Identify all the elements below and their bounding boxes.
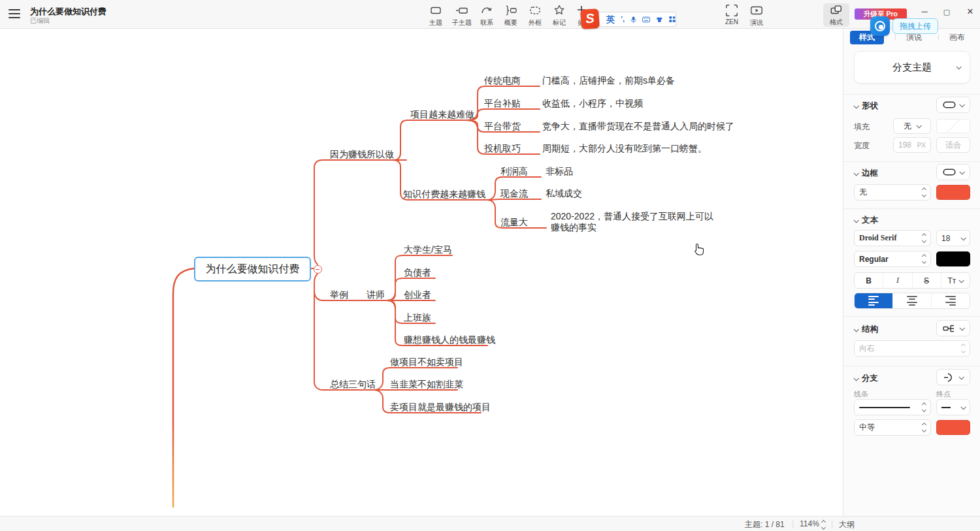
font-family-stepper[interactable]: Droid Serif	[854, 230, 931, 246]
map-node-u3[interactable]: 流量大	[500, 217, 528, 228]
drag-upload-tooltip: 拖拽上传	[892, 18, 938, 34]
map-node-t4[interactable]: 投机取巧	[484, 143, 521, 154]
shape-style-dropdown[interactable]	[936, 97, 970, 113]
section-branch[interactable]: 分支	[854, 373, 878, 384]
rounded-rect-shape-icon	[943, 101, 956, 108]
rounded-rect-border-icon	[943, 169, 956, 176]
width-label: 宽度	[854, 140, 870, 152]
align-right-button[interactable]	[932, 293, 970, 308]
chevron-down-icon	[956, 64, 961, 69]
title-bar: 为什么要做知识付费 已编辑 主题 子主题 联系 概要 外框 标记 插入 S 英 …	[0, 0, 980, 29]
topic-type-selector[interactable]: 分支主题	[854, 51, 970, 84]
ime-lang-toggle[interactable]: 英	[606, 15, 615, 24]
window-close-button[interactable]: ✕	[960, 4, 980, 20]
align-center-button[interactable]	[893, 293, 932, 308]
summary-icon	[504, 3, 518, 18]
stepper-arrows-icon[interactable]	[923, 188, 926, 197]
ime-skin-icon[interactable]	[656, 16, 663, 24]
map-node-b2c1[interactable]: 讲师	[367, 289, 385, 300]
align-left-button[interactable]	[855, 293, 893, 308]
strikethrough-button[interactable]: S	[913, 273, 941, 288]
map-node-r2[interactable]: 当韭菜不如割韭菜	[390, 379, 463, 390]
map-node-u2[interactable]: 现金流	[500, 188, 528, 199]
italic-button[interactable]: I	[883, 273, 912, 288]
fill-dropdown[interactable]: 无	[893, 118, 931, 134]
border-color-swatch[interactable]	[936, 185, 970, 200]
line-style-stepper[interactable]	[854, 399, 931, 415]
map-node-r1[interactable]: 做项目不如卖项目	[390, 357, 463, 368]
hamburger-menu-icon[interactable]	[8, 9, 20, 18]
section-shape[interactable]: 形状	[854, 101, 878, 112]
font-weight-stepper[interactable]: Regular	[854, 251, 931, 267]
drag-upload-widget[interactable]: 拖拽上传	[870, 16, 938, 36]
mindmap-canvas[interactable]: 为什么要做知识付费 因为赚钱所以做项目越来越难做传统电商门槛高，店铺押金，前期s…	[0, 29, 843, 507]
section-border[interactable]: 边框	[854, 168, 878, 179]
chevron-down-icon	[959, 102, 964, 107]
map-node-s5[interactable]: 赚想赚钱人的钱最赚钱	[404, 334, 495, 346]
fit-width-button[interactable]: 适合	[936, 137, 970, 153]
structure-direction-stepper[interactable]: 向右	[854, 340, 970, 357]
section-text[interactable]: 文本	[854, 215, 878, 226]
map-node-t3[interactable]: 平台带货	[484, 121, 521, 132]
map-node-b1c2[interactable]: 知识付费越来越赚钱	[403, 189, 485, 200]
map-node-t4l[interactable]: 周期短，大部分人没有吃到第一口螃蟹。	[542, 143, 707, 154]
marker-star-icon	[552, 3, 566, 18]
map-node-b1c1[interactable]: 项目越来越难做	[410, 109, 474, 120]
map-node-t2l[interactable]: 收益低，小程序，中视频	[542, 98, 643, 109]
text-case-dropdown[interactable]: Tᴛ	[941, 273, 970, 288]
map-node-u3l[interactable]: 2020-2022，普通人接受了互联网上可以赚钱的事实	[551, 211, 722, 233]
structure-type-dropdown[interactable]	[936, 320, 970, 336]
text-style-group: B I S Tᴛ	[854, 272, 970, 289]
map-node-u2l[interactable]: 私域成交	[546, 188, 582, 199]
bold-button[interactable]: B	[855, 273, 883, 288]
map-node-b1[interactable]: 因为赚钱所以做	[330, 149, 394, 160]
width-input[interactable]: 198 PX	[893, 137, 931, 153]
font-color-swatch[interactable]	[936, 251, 970, 266]
toolbar-present-button[interactable]: 演说	[742, 3, 771, 27]
ime-mic-icon[interactable]	[630, 15, 636, 24]
window-maximize-button[interactable]: ▢	[937, 4, 956, 20]
subtopic-icon	[455, 3, 469, 18]
format-panel: 样式 | 演说 | 画布 分支主题 形状 填充 无 宽度 198 PX 适合 边…	[843, 29, 980, 516]
solid-line-sample	[859, 407, 910, 408]
map-node-r3[interactable]: 卖项目就是最赚钱的项目	[390, 402, 491, 413]
collapse-branch-button[interactable]	[314, 265, 322, 274]
sogou-logo-icon[interactable]: S	[580, 8, 600, 29]
map-node-t1[interactable]: 传统电商	[484, 75, 521, 86]
align-left-icon	[868, 296, 879, 306]
ime-punct-toggle[interactable]: ’,	[621, 16, 625, 23]
outline-button[interactable]: 大纲	[839, 519, 855, 530]
font-size-dropdown[interactable]: 18	[936, 230, 970, 246]
zoom-stepper-icon[interactable]	[822, 521, 825, 529]
format-icon	[829, 4, 843, 17]
border-style-dropdown[interactable]	[936, 164, 970, 180]
ime-toolbox-icon[interactable]	[669, 15, 676, 24]
zoom-level[interactable]: 114%	[800, 519, 819, 528]
map-node-b2[interactable]: 举例	[330, 289, 348, 300]
map-node-t3l[interactable]: 竞争大，直播带货现在不是普通人入局的时候了	[542, 121, 734, 132]
branch-shape-dropdown[interactable]	[936, 369, 970, 385]
map-node-s4[interactable]: 上班族	[404, 312, 431, 323]
fill-color-swatch[interactable]	[936, 119, 970, 133]
map-node-t1l[interactable]: 门槛高，店铺押金，前期s单必备	[542, 75, 675, 86]
map-node-t2[interactable]: 平台补贴	[484, 98, 521, 109]
map-node-s3[interactable]: 创业者	[404, 289, 431, 300]
line-weight-stepper[interactable]: 中等	[854, 419, 931, 436]
align-center-icon	[907, 296, 917, 306]
toolbar-format-button[interactable]: 格式	[823, 3, 849, 27]
map-node-s2[interactable]: 负债者	[404, 267, 431, 278]
map-node-s1[interactable]: 大学生/宝马	[404, 244, 452, 255]
map-node-u1l[interactable]: 非标品	[546, 166, 573, 177]
ime-toolbar[interactable]: S 英 ’,	[591, 12, 676, 27]
map-node-b3[interactable]: 总结三句话	[330, 379, 376, 390]
cloud-drive-icon[interactable]	[870, 16, 890, 36]
tab-canvas[interactable]: 画布	[940, 31, 974, 44]
border-width-stepper[interactable]: 无	[854, 184, 931, 201]
map-node-u1[interactable]: 利润高	[500, 166, 528, 177]
endpoint-dropdown[interactable]	[936, 399, 970, 415]
toolbar-topic-button[interactable]: 主题	[421, 3, 450, 27]
section-structure[interactable]: 结构	[854, 324, 878, 335]
branch-color-swatch[interactable]	[936, 420, 970, 435]
ime-keyboard-icon[interactable]	[642, 16, 650, 24]
central-topic-node[interactable]: 为什么要做知识付费	[194, 257, 311, 282]
